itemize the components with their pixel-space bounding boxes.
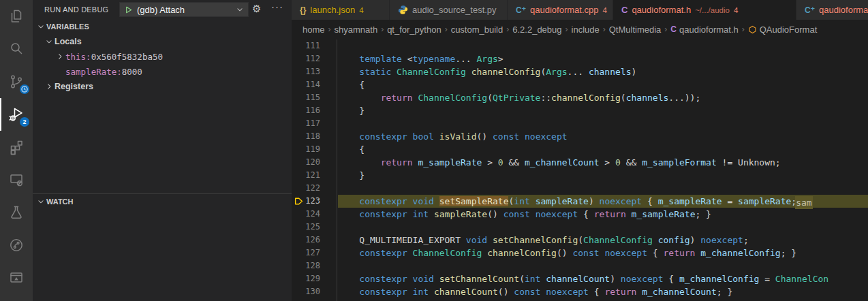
breadcrumb-separator: › <box>445 25 448 34</box>
code-line-115[interactable]: 115 return ChannelConfig(QtPrivate::chan… <box>292 91 868 104</box>
code-line-124[interactable]: 124 constexpr int sampleRate() const noe… <box>292 208 868 221</box>
line-highlight <box>338 117 868 130</box>
code-text: Q_MULTIMEDIA_EXPORT void setChannelConfi… <box>338 235 749 245</box>
run-and-debug-sidebar: RUN AND DEBUG (gdb) Attach ⚙ ··· VARIABL… <box>33 0 292 301</box>
count-badge: 2 <box>20 117 29 127</box>
sidebar-header: RUN AND DEBUG (gdb) Attach ⚙ ··· <box>33 0 292 19</box>
line-number[interactable]: 119 <box>292 143 320 156</box>
line-number[interactable]: 122 <box>292 182 320 195</box>
breadcrumb-item-custom_build[interactable]: custom_build <box>451 25 503 35</box>
code-line-130[interactable]: 130 constexpr int channelCount() const n… <box>292 285 868 298</box>
breadcrumb-item-QtMultimedia[interactable]: QtMultimedia <box>609 25 662 35</box>
code-line-129[interactable]: 129 constexpr void setChannelCount(int c… <box>292 272 868 285</box>
code-text: } <box>338 170 365 180</box>
python-file-icon <box>398 5 408 15</box>
code-line-123[interactable]: 123 constexpr void setSampleRate(int sam… <box>292 195 868 208</box>
gear-icon[interactable]: ⚙ <box>252 3 261 15</box>
activity-bar: 2 <box>0 0 33 301</box>
line-number[interactable]: 131 <box>292 298 320 301</box>
activity-item-remote-explorer[interactable] <box>0 163 33 196</box>
watch-section: WATCH <box>33 193 292 209</box>
breadcrumb: home›shyamnath›qt_for_python›custom_buil… <box>292 20 868 39</box>
breadcrumb-item-qt_for_python[interactable]: qt_for_python <box>387 25 441 35</box>
cpp-file-icon: C⁺ <box>805 6 815 14</box>
activity-item-source-control[interactable] <box>0 65 33 98</box>
code-line-125[interactable]: 125 <box>292 221 868 234</box>
activity-item-extensions[interactable] <box>0 131 33 163</box>
code-line-126[interactable]: 126 Q_MULTIMEDIA_EXPORT void setChannelC… <box>292 234 868 247</box>
breadcrumb-item-include[interactable]: include <box>572 25 600 35</box>
code-line-119[interactable]: 119 { <box>292 143 868 156</box>
line-number[interactable]: 124 <box>292 208 320 221</box>
code-line-118[interactable]: 118 constexpr bool isValid() const noexc… <box>292 130 868 143</box>
line-number[interactable]: 116 <box>292 104 320 117</box>
line-highlight <box>338 78 868 91</box>
tab-audio_source_test.py[interactable]: audio_source_test.py <box>390 0 507 20</box>
tab-qaudioformat.h[interactable]: Cqaudioformat.h~/.../audio4 <box>613 0 796 20</box>
line-number[interactable]: 115 <box>292 91 320 104</box>
line-number[interactable]: 121 <box>292 169 320 182</box>
tab-qaudioformat[interactable]: C⁺qaudioformat <box>796 0 868 20</box>
code-line-112[interactable]: 112 template <typename... Args> <box>292 52 868 65</box>
activity-item-git-graph[interactable] <box>0 229 33 262</box>
variable-row-sampleRate[interactable]: sampleRate: 8000 <box>33 64 292 79</box>
line-number[interactable]: 130 <box>292 285 320 298</box>
line-number[interactable]: 128 <box>292 259 320 272</box>
activity-item-search[interactable] <box>0 33 33 65</box>
scope-row-registers[interactable]: Registers <box>33 79 292 94</box>
code-line-116[interactable]: 116 } <box>292 104 868 117</box>
variable-value: 8000 <box>122 67 142 77</box>
line-number[interactable]: 127 <box>292 247 320 259</box>
breadcrumb-item-shyamnath[interactable]: shyamnath <box>335 25 378 35</box>
code-line-117[interactable]: 117 <box>292 117 868 130</box>
scope-row-locals[interactable]: Locals <box>33 34 292 49</box>
line-number[interactable]: 113 <box>292 65 320 78</box>
explorer-icon <box>8 8 25 25</box>
pending-clock-badge <box>20 84 29 94</box>
code-line-121[interactable]: 121 } <box>292 169 868 182</box>
line-number[interactable]: 118 <box>292 130 320 143</box>
code-editor[interactable]: 111112 template <typename... Args>113 st… <box>292 39 868 301</box>
code-line-111[interactable]: 111 <box>292 39 868 52</box>
code-line-114[interactable]: 114 { <box>292 78 868 91</box>
line-number[interactable]: 112 <box>292 52 320 65</box>
activity-item-run-and-debug[interactable]: 2 <box>0 98 33 131</box>
variables-section-header[interactable]: VARIABLES <box>33 19 292 34</box>
breadcrumb-separator: › <box>742 25 745 34</box>
line-number[interactable]: 117 <box>292 117 320 130</box>
code-line-131[interactable]: 131 <box>292 298 868 301</box>
launch-config-dropdown[interactable]: (gdb) Attach <box>119 2 249 17</box>
breadcrumb-item-qaudioformat.h[interactable]: Cqaudioformat.h <box>670 25 738 35</box>
activity-item-panel-preview[interactable] <box>0 262 33 294</box>
code-line-122[interactable]: 122 <box>292 182 868 195</box>
breadcrumb-label: include <box>572 25 600 35</box>
code-line-128[interactable]: 128 <box>292 259 868 272</box>
activity-item-testing[interactable] <box>0 196 33 229</box>
breadcrumb-item-QAudioFormat[interactable]: QAudioFormat <box>748 25 818 35</box>
variable-row-this[interactable]: this: 0x560f5832ba50 <box>33 49 292 64</box>
line-number[interactable]: 114 <box>292 78 320 91</box>
code-line-113[interactable]: 113 static ChannelConfig channelConfig(A… <box>292 65 868 78</box>
line-number[interactable]: 129 <box>292 272 320 285</box>
tab-qaudioformat.cpp[interactable]: C⁺qaudioformat.cpp4 <box>508 0 613 20</box>
more-actions-icon[interactable]: ··· <box>271 1 283 12</box>
breadcrumb-separator: › <box>328 25 331 34</box>
activity-item-explorer[interactable] <box>0 0 33 33</box>
line-number[interactable]: 125 <box>292 221 320 234</box>
chevron-right-icon <box>44 81 55 92</box>
breadcrumb-label: home <box>303 25 325 35</box>
line-highlight <box>338 259 868 272</box>
breadcrumb-item-6.2.2_debug[interactable]: 6.2.2_debug <box>512 25 561 35</box>
breadcrumb-separator: › <box>664 25 667 34</box>
line-number[interactable]: 126 <box>292 234 320 247</box>
code-line-127[interactable]: 127 constexpr ChannelConfig channelConfi… <box>292 247 868 259</box>
code-line-120[interactable]: 120 return m_sampleRate > 0 && m_channel… <box>292 156 868 169</box>
tab-launch.json[interactable]: {}launch.json4 <box>292 0 389 20</box>
line-number[interactable]: 123 <box>292 195 320 208</box>
line-number[interactable]: 120 <box>292 156 320 169</box>
line-highlight <box>338 298 868 301</box>
breadcrumb-item-home[interactable]: home <box>303 25 325 35</box>
tab-bar: {}launch.json4audio_source_test.pyC⁺qaud… <box>292 0 868 20</box>
line-number[interactable]: 111 <box>292 39 320 52</box>
watch-section-header[interactable]: WATCH <box>33 194 292 209</box>
